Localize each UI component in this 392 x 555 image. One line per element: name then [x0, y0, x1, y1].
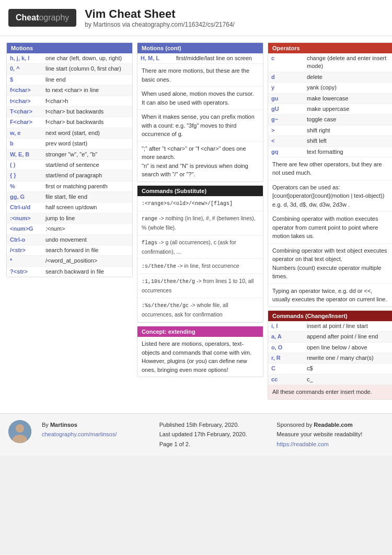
table-row: t<char>f<char>h: [7, 96, 132, 107]
section-motions-cont: Motions (cont) H, M, L first/middle/last…: [137, 42, 263, 182]
col2: Motions (cont) H, M, L first/middle/last…: [135, 40, 266, 405]
table-row: r, Rrewrite one / many char(s): [268, 353, 392, 364]
section-motions-body: h, j, k, lone char (left, down, up, righ…: [7, 53, 132, 277]
footer-sponsor-name: Readable.com: [314, 422, 353, 428]
text-block: When it makes sense, you can prefix moti…: [137, 110, 263, 142]
table-row: bprev word (start): [7, 139, 132, 149]
table-row: ccc_: [268, 375, 392, 385]
footer-by-label: By Martinsos: [42, 420, 149, 430]
footer-published: Published 15th February, 2020.: [159, 420, 267, 430]
section-commands-substitute: Commands (Substitute) :<range>s/<old>/<n…: [137, 185, 263, 323]
section-operators-header: Operators: [268, 43, 392, 53]
section-concept-extending-header: Concept: extending: [137, 326, 263, 337]
table-row: */<word_at_position>: [7, 256, 132, 266]
svg-point-1: [16, 424, 24, 433]
table-row: gg, Gfile start, file end: [7, 192, 132, 202]
code-block: flags -> g (all occurrences), c (ask for…: [137, 235, 263, 259]
footer-author-col: By Martinsos cheatography.com/martinsos/: [42, 420, 149, 449]
footer-sponsor-col: Sponsored by Readable.com Measure your w…: [276, 420, 384, 449]
text-block-insert-note: All these commands enter insert mode.: [268, 385, 392, 399]
table-row: { }start/end of paragraph: [7, 171, 132, 181]
col3: Operators cchange (delete and enter inse…: [266, 40, 392, 405]
table-row: <shift left: [268, 136, 392, 146]
table-row: $line end: [7, 75, 132, 85]
code-block: range -> nothing (in line), #, # (betwee…: [137, 211, 263, 235]
code-block: :%s/thee/the/gc -> whole file, all occur…: [137, 298, 263, 322]
table-row: g~toggle case: [268, 115, 392, 125]
table-row: %first or matching parenth: [7, 182, 132, 192]
content: Motions h, j, k, lone char (left, down, …: [0, 36, 392, 409]
section-motions-cont-header: Motions (cont): [137, 43, 263, 53]
table-row: F<char>f<char> but backwards: [7, 117, 132, 128]
header-text: Vim Cheat Sheet by Martinsos via cheatog…: [85, 7, 235, 28]
table-row: Cc$: [268, 364, 392, 374]
table-row: H, M, L first/middle/last line on screen: [137, 53, 263, 64]
table-row: 0, ^line start (column 0, first char): [7, 64, 132, 74]
logo: Cheatography: [8, 9, 76, 27]
footer-sponsor-tagline: Measure your website readability!: [276, 429, 384, 439]
section-motions-cont-body: H, M, L first/middle/last line on screen…: [137, 53, 263, 182]
footer-updated: Last updated 17th February, 2020.: [159, 429, 267, 439]
code-block: :s/thee/the -> in line, first occurrence: [137, 259, 263, 274]
table-row: i, Iinsert at point / line start: [268, 321, 392, 332]
table-row: Ctrl-u/dhalf screen up/down: [7, 202, 132, 213]
section-commands-substitute-header: Commands (Substitute): [137, 186, 263, 196]
footer-author-url: cheatography.com/martinsos/: [42, 429, 149, 439]
section-commands-substitute-body: :<range>s/<old>/<new>/[flags] range -> n…: [137, 196, 263, 322]
table-row: cchange (delete and enter insert mode): [268, 53, 392, 72]
text-block: Typing an operator twice, e.g. dd or <<,…: [268, 284, 392, 307]
table-row: f<char>to next <char> in line: [7, 85, 132, 96]
table-row: ?<str>search backward in file: [7, 267, 132, 277]
col1: Motions h, j, k, lone char (left, down, …: [4, 40, 135, 405]
table-row: gumake lowercase: [268, 94, 392, 104]
text-block: ";" after "t <char>" or "f <char>" does …: [137, 142, 263, 182]
section-commands-change-insert-body: i, Iinsert at point / line start a, Aapp…: [268, 321, 392, 399]
table-row: o, Oopen line below / above: [268, 343, 392, 353]
section-concept-extending-body: Listed here are motions, operators, text…: [137, 337, 263, 377]
section-operators: Operators cchange (delete and enter inse…: [268, 42, 392, 307]
table-row: yyank (copy): [268, 83, 392, 93]
text-block: When used alone, motion moves the cursor…: [137, 87, 263, 110]
section-operators-body: cchange (delete and enter insert mode) d…: [268, 53, 392, 307]
section-commands-change-insert-header: Commands (Change/Insert): [268, 311, 392, 321]
table-row: w, enext word (start, end): [7, 128, 132, 139]
table-row: gqtext formatting: [268, 147, 392, 157]
page: Cheatography Vim Cheat Sheet by Martinso…: [0, 0, 392, 456]
footer-author-name: Martinsos: [50, 422, 77, 428]
code-block: :1,10s/thee/the/g -> from lines 1 to 10,…: [137, 274, 263, 298]
avatar: [8, 420, 31, 443]
table-row: ( )start/end of sentence: [7, 160, 132, 171]
table-row: <num>G:<num>: [7, 224, 132, 234]
text-block: Combining operator with motion executes …: [268, 212, 392, 244]
table-row: T<char>t<char> but backwards: [7, 107, 132, 117]
code-block: :<range>s/<old>/<new>/[flags]: [137, 196, 263, 211]
footer-page: Page 1 of 2.: [159, 439, 267, 449]
text-block: There are few other operators, but they …: [268, 157, 392, 180]
table-row: gUmake uppercase: [268, 104, 392, 115]
footer-sponsor-label: Sponsored by Readable.com: [276, 420, 384, 430]
text-block: Listed here are motions, operators, text…: [137, 337, 263, 377]
table-row: W, E, Bstronger "w", "e", "b": [7, 150, 132, 160]
section-commands-change-insert: Commands (Change/Insert) i, Iinsert at p…: [268, 310, 392, 400]
table-row: Ctrl-oundo movement: [7, 235, 132, 245]
page-subtitle: by Martinsos via cheatography.com/116342…: [85, 21, 235, 28]
text-block: There are more motions, but these are th…: [137, 64, 263, 87]
section-concept-extending: Concept: extending Listed here are motio…: [137, 326, 263, 377]
text-block: Combining operator with text object exec…: [268, 244, 392, 284]
text-block: Operators can be used as:[count]operator…: [268, 180, 392, 212]
footer-date-col: Published 15th February, 2020. Last upda…: [159, 420, 267, 449]
section-motions-header: Motions: [7, 43, 132, 53]
page-title: Vim Cheat Sheet: [85, 7, 235, 21]
header: Cheatography Vim Cheat Sheet by Martinso…: [0, 0, 392, 36]
table-row: /<str>search forward in file: [7, 245, 132, 256]
table-row: a, Aappend after point / line end: [268, 332, 392, 342]
footer-sponsor-url: https://readable.com: [276, 439, 384, 449]
table-row: h, j, k, lone char (left, down, up, righ…: [7, 53, 132, 64]
table-row: >shift right: [268, 126, 392, 136]
section-motions: Motions h, j, k, lone char (left, down, …: [6, 42, 133, 277]
table-row: :<num>jump to line: [7, 213, 132, 224]
table-row: ddelete: [268, 72, 392, 83]
footer: By Martinsos cheatography.com/martinsos/…: [0, 413, 392, 456]
